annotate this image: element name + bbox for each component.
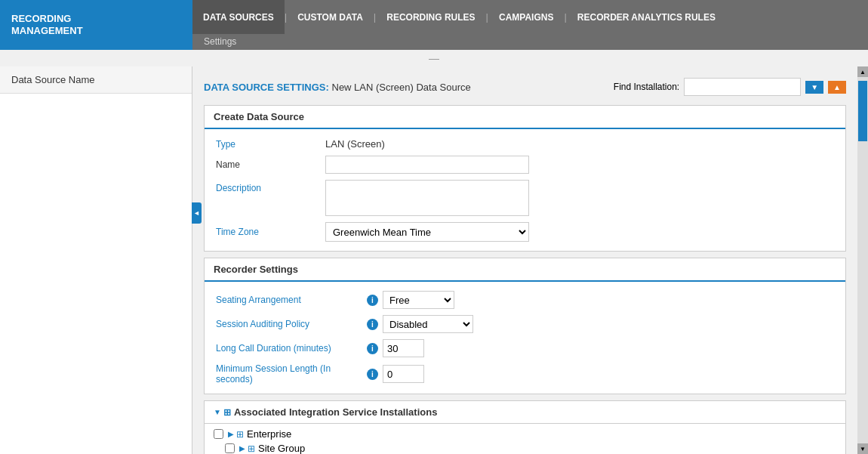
vertical-scrollbar[interactable]: ▲ ▼ <box>857 66 868 454</box>
integration-grid-icon: ⊞ <box>223 407 231 418</box>
seating-row: Seating Arrangement i Free <box>216 288 834 312</box>
enterprise-row: ▶ ⊞ Enterprise <box>214 427 836 441</box>
site-group-checkbox[interactable] <box>225 443 235 453</box>
enterprise-checkbox[interactable] <box>214 429 223 439</box>
sidebar-collapse-button[interactable]: ◄ <box>192 202 202 224</box>
name-row: Name <box>216 153 834 177</box>
integration-header[interactable]: ▼ ⊞ Associated Integration Service Insta… <box>205 401 845 424</box>
description-row: Description <box>216 177 834 219</box>
find-installation-label: Find Installation: <box>614 82 679 92</box>
enterprise-label: Enterprise <box>247 428 291 440</box>
find-down-button[interactable]: ▼ <box>805 81 823 94</box>
description-label: Description <box>216 180 325 193</box>
nav-subtitle: Settings <box>204 36 236 47</box>
description-input[interactable] <box>325 180 529 216</box>
find-up-button[interactable]: ▲ <box>828 81 846 94</box>
create-section-header: Create Data Source <box>205 106 845 129</box>
tab-data-sources[interactable]: DATA SOURCES <box>192 0 285 34</box>
integration-toggle-icon: ▼ <box>214 408 221 416</box>
scrollbar-track <box>857 77 868 443</box>
tab-campaigns[interactable]: CAMPAIGNS <box>488 0 564 34</box>
tab-recording-rules[interactable]: RECORDING RULES <box>376 0 485 34</box>
tab-custom-data[interactable]: CUSTOM DATA <box>287 0 374 34</box>
seating-info-icon[interactable]: i <box>367 295 378 306</box>
long-call-input[interactable] <box>383 339 424 357</box>
session-row: Session Auditing Policy i Disabled <box>216 312 834 336</box>
find-installation-input[interactable] <box>684 78 801 96</box>
timezone-select[interactable]: Greenwich Mean Time <box>325 222 529 242</box>
site-group-label: Site Group <box>258 443 305 454</box>
seating-label: Seating Arrangement <box>216 295 367 305</box>
recorder-section-header: Recorder Settings <box>205 258 845 282</box>
integration-section: ▼ ⊞ Associated Integration Service Insta… <box>204 400 846 454</box>
name-label: Name <box>216 159 325 170</box>
tab-recorder-analytics-rules[interactable]: RECORDER ANALYTICS RULES <box>567 0 726 34</box>
name-input[interactable] <box>325 156 529 174</box>
scroll-down-button[interactable]: ▼ <box>857 443 868 454</box>
scroll-up-button[interactable]: ▲ <box>857 66 868 77</box>
site-group-row: ▶ ⊞ Site Group <box>214 441 836 454</box>
long-call-label: Long Call Duration (minutes) <box>216 343 367 354</box>
session-label: Session Auditing Policy <box>216 319 367 329</box>
timezone-row: Time Zone Greenwich Mean Time <box>216 219 834 245</box>
drag-handle: — <box>0 50 868 66</box>
brand: RECORDING MANAGEMENT <box>0 0 192 50</box>
sidebar-header: Data Source Name <box>0 66 192 94</box>
scrollbar-thumb[interactable] <box>858 81 867 141</box>
type-row: Type LAN (Screen) <box>216 135 834 153</box>
create-data-source-section: Create Data Source Type LAN (Screen) Nam… <box>204 105 846 252</box>
min-session-input[interactable] <box>383 365 424 383</box>
min-session-info-icon[interactable]: i <box>367 369 378 380</box>
long-call-row: Long Call Duration (minutes) i <box>216 336 834 360</box>
session-select[interactable]: Disabled <box>383 315 473 333</box>
timezone-label: Time Zone <box>216 227 325 237</box>
long-call-info-icon[interactable]: i <box>367 343 378 354</box>
type-value: LAN (Screen) <box>325 138 385 150</box>
settings-title: DATA SOURCE SETTINGS: New LAN (Screen) D… <box>204 82 471 93</box>
min-session-row: Minimum Session Length (In seconds) i <box>216 360 834 388</box>
session-info-icon[interactable]: i <box>367 319 378 330</box>
type-label: Type <box>216 139 325 150</box>
integration-title: Associated Integration Service Installat… <box>234 406 437 418</box>
seating-select[interactable]: Free <box>383 291 454 309</box>
min-session-label: Minimum Session Length (In seconds) <box>216 363 367 385</box>
recorder-settings-section: Recorder Settings Seating Arrangement i … <box>204 258 846 394</box>
